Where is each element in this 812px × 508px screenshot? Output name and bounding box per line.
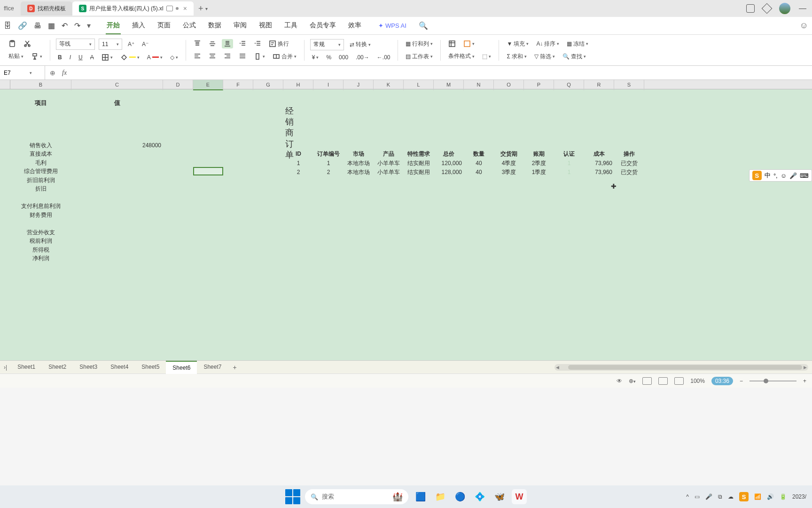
align-top-button[interactable] — [192, 39, 203, 48]
menu-review[interactable]: 审阅 — [233, 17, 248, 34]
rt-header-6[interactable]: 数量 — [464, 150, 494, 158]
spreadsheet-grid[interactable]: BCDEFGHIJKLMNOPQRS 项目值经销商订单销售收入直接成本毛利综合管… — [0, 80, 812, 360]
rt-cell-r1-c7[interactable]: 3季度 — [494, 168, 524, 176]
sheet-tab-sheet2[interactable]: Sheet2 — [42, 361, 73, 374]
align-right-button[interactable] — [222, 52, 233, 61]
percent-button[interactable]: % — [324, 53, 333, 62]
tray-monitor-icon[interactable]: ▭ — [695, 493, 700, 500]
rt-cell-r0-c3[interactable]: 小羊单车 — [374, 159, 404, 167]
column-header-P[interactable]: P — [524, 80, 554, 90]
cond-format-button[interactable]: 条件格式▾ — [446, 51, 476, 61]
select-all-corner[interactable] — [0, 80, 10, 89]
comma-button[interactable]: 000 — [337, 53, 350, 62]
border-button[interactable]: ▾ — [100, 53, 115, 62]
column-header-G[interactable]: G — [253, 80, 283, 90]
column-header-F[interactable]: F — [223, 80, 253, 90]
sheet-tab-sheet1[interactable]: Sheet1 — [11, 361, 42, 374]
merge-button[interactable]: 合并▾ — [271, 52, 298, 62]
rt-cell-r1-c11[interactable]: 已交货 — [614, 168, 644, 176]
column-header-R[interactable]: R — [584, 80, 614, 90]
sheet-tab-sheet3[interactable]: Sheet3 — [73, 361, 104, 374]
rt-cell-r0-c11[interactable]: 已交货 — [614, 159, 644, 167]
align-center-button[interactable] — [207, 52, 218, 61]
freeze-button[interactable]: ▦ 冻结▾ — [565, 39, 590, 49]
value-sales[interactable]: 248000 — [71, 141, 163, 150]
search-icon[interactable]: 🔍 — [419, 21, 428, 30]
horizontal-scrollbar[interactable]: ◀▶ — [554, 364, 808, 371]
left-row-3[interactable]: 综合管理费用 — [10, 167, 71, 176]
rt-header-0[interactable]: ID — [283, 150, 313, 158]
format-button[interactable]: ⬚▾ — [480, 52, 493, 61]
zoom-in-button[interactable]: + — [803, 378, 806, 384]
sum-button[interactable]: Σ 求和▾ — [505, 52, 528, 62]
tab-active-file[interactable]: S 用户批量导入模板(四人) (5).xl × — [72, 1, 194, 16]
menu-home[interactable]: 开始 — [106, 17, 121, 34]
rt-cell-r0-c4[interactable]: 结实耐用 — [404, 159, 434, 167]
zoom-slider[interactable] — [750, 381, 796, 381]
rt-cell-r1-c1[interactable]: 2 — [313, 168, 344, 176]
start-button[interactable] — [285, 489, 300, 504]
add-sheet-button[interactable]: + — [228, 364, 241, 371]
table-style-button[interactable] — [446, 39, 458, 48]
sheet-tab-sheet4[interactable]: Sheet4 — [104, 361, 135, 374]
feedback-icon[interactable]: ☺ — [800, 21, 808, 31]
rt-cell-r0-c10[interactable]: 73,960 — [584, 159, 614, 167]
underline-button[interactable]: U — [77, 53, 85, 62]
column-header-B[interactable]: B — [10, 80, 71, 90]
rt-cell-r1-c0[interactable]: 2 — [283, 168, 313, 176]
tab-office[interactable]: ffice — [0, 1, 21, 16]
rt-header-1[interactable]: 订单编号 — [313, 150, 344, 158]
rt-cell-r1-c3[interactable]: 小羊单车 — [374, 168, 404, 176]
header-value[interactable]: 值 — [71, 99, 163, 107]
ime-emoji-icon[interactable]: ☺ — [781, 172, 787, 179]
font-name-select[interactable]: 等线▾ — [56, 39, 95, 50]
left-row-13[interactable]: 净利润 — [10, 254, 71, 263]
save-icon[interactable]: 🗄 — [4, 22, 11, 30]
taskbar-search[interactable]: 🔍 搜索 🏰 — [305, 489, 408, 504]
rt-cell-r0-c9[interactable]: 1 — [554, 159, 584, 167]
align-middle-button[interactable] — [207, 39, 218, 48]
increase-indent-button[interactable] — [252, 39, 263, 48]
menu-view[interactable]: 视图 — [258, 17, 273, 34]
italic-button[interactable]: I — [68, 53, 73, 62]
find-button[interactable]: 🔍 查找▾ — [561, 52, 588, 62]
rt-header-11[interactable]: 操作 — [614, 150, 644, 158]
task-app2-icon[interactable]: 🦋 — [492, 489, 507, 504]
rt-cell-r1-c2[interactable]: 本地市场 — [344, 168, 374, 176]
left-row-1[interactable]: 直接成本 — [10, 150, 71, 159]
wps-ai-button[interactable]: ✦ WPS AI — [378, 22, 406, 29]
ime-lang[interactable]: 中 — [765, 171, 771, 180]
column-header-H[interactable]: H — [283, 80, 313, 90]
column-header-J[interactable]: J — [344, 80, 374, 90]
rt-cell-r0-c6[interactable]: 40 — [464, 159, 494, 167]
menu-member[interactable]: 会员专享 — [309, 17, 337, 34]
wrap-text-button[interactable]: 换行 — [267, 39, 291, 49]
strike-button[interactable]: A — [88, 53, 96, 62]
rt-header-8[interactable]: 账期 — [524, 150, 554, 158]
rt-header-4[interactable]: 特性需求 — [404, 150, 434, 158]
view-break-button[interactable] — [674, 377, 684, 385]
column-header-D[interactable]: D — [163, 80, 193, 90]
sort-button[interactable]: A↓ 排序▾ — [534, 39, 561, 49]
align-bottom-button[interactable] — [222, 39, 233, 48]
rt-header-5[interactable]: 总价 — [434, 150, 464, 158]
sheet-tab-sheet5[interactable]: Sheet5 — [135, 361, 166, 374]
filter-button[interactable]: ▽ 筛选▾ — [532, 52, 557, 62]
font-color-button[interactable]: A▾ — [145, 53, 164, 62]
column-header-M[interactable]: M — [434, 80, 464, 90]
clear-format-button[interactable]: ◇▾ — [168, 53, 180, 62]
fill-button[interactable]: ▼ 填充▾ — [505, 39, 531, 49]
rowcol-button[interactable]: ▦ 行和列▾ — [404, 39, 435, 49]
zoom-value[interactable]: 100% — [690, 378, 705, 384]
close-icon[interactable]: × — [183, 5, 187, 12]
column-header-Q[interactable]: Q — [554, 80, 584, 90]
left-row-2[interactable]: 毛利 — [10, 159, 71, 167]
share-icon[interactable]: 🔗 — [18, 21, 27, 30]
left-row-11[interactable]: 税前利润 — [10, 237, 71, 246]
rt-cell-r0-c7[interactable]: 4季度 — [494, 159, 524, 167]
increase-font-button[interactable]: A⁺ — [126, 40, 136, 48]
print-icon[interactable]: 🖶 — [34, 22, 41, 30]
rt-header-3[interactable]: 产品 — [374, 150, 404, 158]
cell-style-button[interactable]: ▾ — [461, 39, 476, 48]
column-header-E[interactable]: E — [193, 80, 223, 90]
